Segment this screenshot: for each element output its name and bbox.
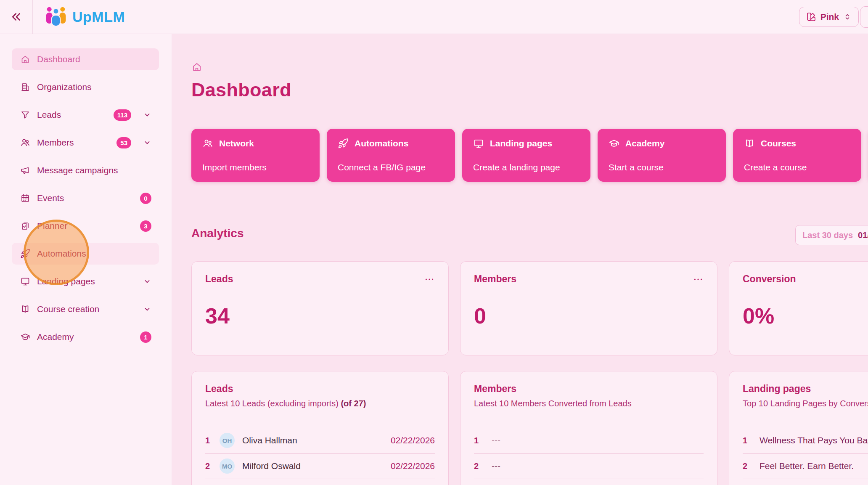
quick-action-subtitle: Start a course bbox=[609, 162, 715, 172]
users-icon bbox=[202, 138, 213, 149]
theme-selector-label: Pink bbox=[820, 12, 839, 22]
stat-card-conversion: Conversion 0% bbox=[729, 261, 868, 355]
theme-selector-button[interactable]: Pink bbox=[799, 7, 859, 27]
book-icon bbox=[744, 138, 755, 149]
sidebar-item-members[interactable]: Members 53 bbox=[12, 132, 159, 154]
sidebar-item-landing-pages[interactable]: Landing pages bbox=[12, 270, 159, 292]
landing-page-row[interactable]: 2 Feel Better. Earn Better. bbox=[743, 453, 868, 479]
main-content: Dashboard Network Import members Automat… bbox=[172, 34, 868, 485]
quick-action-title: Academy bbox=[625, 138, 664, 148]
brand-logo[interactable]: UpMLM bbox=[45, 6, 125, 28]
sidebar-item-organizations[interactable]: Organizations bbox=[12, 76, 159, 98]
quick-action-subtitle: Create a landing page bbox=[473, 162, 580, 172]
row-number: 2 bbox=[743, 461, 757, 471]
topbar: UpMLM Pink bbox=[0, 0, 868, 34]
analytics-section-title: Analytics bbox=[191, 227, 244, 240]
graduation-cap-icon bbox=[609, 138, 619, 149]
quick-action-landing-pages[interactable]: Landing pages Create a landing page bbox=[462, 129, 590, 182]
list-card-members: Members Latest 10 Members Converted from… bbox=[460, 371, 717, 485]
quick-action-title: Landing pages bbox=[490, 138, 552, 148]
sidebar-item-planner[interactable]: Planner 3 bbox=[12, 215, 159, 237]
chevron-down-icon[interactable] bbox=[143, 138, 151, 147]
sidebar-item-automations[interactable]: Automations bbox=[12, 243, 159, 265]
sidebar-item-course-creation[interactable]: Course creation bbox=[12, 298, 159, 320]
list-title: Landing pages bbox=[743, 383, 868, 395]
chevron-down-icon[interactable] bbox=[143, 305, 151, 313]
list-subtitle-text: Latest 10 Leads (excluding imports) bbox=[205, 399, 339, 408]
stat-title: Members bbox=[474, 273, 516, 285]
date-filter-value: 01/2 bbox=[858, 231, 868, 240]
sidebar-item-label: Leads bbox=[37, 110, 107, 120]
funnel-icon bbox=[20, 110, 30, 120]
people-group-logo-icon bbox=[45, 6, 67, 28]
swatchbook-icon bbox=[806, 12, 816, 22]
academy-count-badge: 1 bbox=[140, 331, 151, 343]
quick-action-automations[interactable]: Automations Connect a FB/IG page bbox=[327, 129, 455, 182]
lead-date: 02/22/2026 bbox=[391, 435, 435, 445]
lead-name: Oliva Hallman bbox=[242, 435, 297, 445]
list-card-leads: Leads Latest 10 Leads (excluding imports… bbox=[191, 371, 449, 485]
quick-action-subtitle: Import members bbox=[202, 162, 309, 172]
quick-action-title: Network bbox=[219, 138, 254, 148]
stat-value: 0% bbox=[743, 303, 868, 329]
calendar-icon bbox=[20, 193, 30, 203]
avatar: OH bbox=[220, 433, 235, 448]
lead-date: 02/22/2026 bbox=[391, 461, 435, 471]
member-row[interactable]: 2 --- bbox=[474, 453, 704, 479]
list-subtitle: Latest 10 Leads (excluding imports) (of … bbox=[205, 399, 435, 408]
sidebar-item-label: Academy bbox=[37, 332, 133, 342]
sidebar-item-dashboard[interactable]: Dashboard bbox=[12, 48, 159, 70]
ellipsis-menu-icon[interactable] bbox=[693, 274, 704, 285]
ellipsis-menu-icon[interactable] bbox=[424, 274, 435, 285]
avatar: MO bbox=[220, 458, 235, 474]
sidebar-item-events[interactable]: Events 0 bbox=[12, 187, 159, 209]
leads-count-badge: 113 bbox=[114, 109, 131, 121]
sidebar-item-leads[interactable]: Leads 113 bbox=[12, 104, 159, 126]
quick-action-academy[interactable]: Academy Start a course bbox=[598, 129, 726, 182]
breadcrumb-home-icon[interactable] bbox=[191, 61, 202, 72]
chevron-down-icon[interactable] bbox=[143, 277, 151, 286]
analytics-stats-row: Leads 34 Members 0 Conversion 0% bbox=[191, 261, 868, 355]
home-icon bbox=[20, 54, 30, 64]
list-subtitle: Latest 10 Members Converted from Leads bbox=[474, 399, 704, 408]
landing-page-row[interactable]: 1 Wellness That Pays You Back bbox=[743, 428, 868, 453]
row-number: 1 bbox=[474, 436, 488, 445]
monitor-icon bbox=[20, 276, 30, 286]
stat-value: 0 bbox=[474, 303, 704, 329]
quick-actions-row: Network Import members Automations Conne… bbox=[191, 129, 868, 182]
sidebar-item-label: Members bbox=[37, 138, 110, 148]
events-count-badge: 0 bbox=[140, 193, 151, 204]
partial-topbar-button[interactable] bbox=[860, 6, 868, 28]
chevron-updown-icon bbox=[843, 13, 852, 21]
users-icon bbox=[20, 138, 30, 148]
row-number: 2 bbox=[205, 461, 220, 471]
quick-action-network[interactable]: Network Import members bbox=[191, 129, 320, 182]
sidebar-item-label: Dashboard bbox=[37, 54, 151, 64]
double-chevron-left-icon bbox=[10, 11, 23, 23]
sidebar-collapse-button[interactable] bbox=[0, 0, 33, 34]
chevron-down-icon[interactable] bbox=[143, 111, 151, 119]
date-filter-label: Last 30 days bbox=[802, 231, 853, 240]
date-range-filter[interactable]: Last 30 days 01/2 bbox=[795, 225, 868, 245]
graduation-cap-icon bbox=[20, 332, 30, 342]
lead-row[interactable]: 1 OH Oliva Hallman 02/22/2026 bbox=[205, 428, 435, 453]
lead-row[interactable]: 2 MO Milford Oswald 02/22/2026 bbox=[205, 453, 435, 479]
quick-action-courses[interactable]: Courses Create a course bbox=[733, 129, 861, 182]
sidebar-item-label: Landing pages bbox=[37, 276, 131, 286]
sidebar-item-academy[interactable]: Academy 1 bbox=[12, 326, 159, 348]
page-title: Dashboard bbox=[191, 79, 868, 101]
list-card-landing-pages: Landing pages Top 10 Landing Pages by Co… bbox=[729, 371, 868, 485]
quick-action-subtitle: Connect a FB/IG page bbox=[338, 162, 444, 172]
sidebar-item-message-campaigns[interactable]: Message campaigns bbox=[12, 159, 159, 181]
analytics-lists-row: Leads Latest 10 Leads (excluding imports… bbox=[191, 371, 868, 485]
list-subtitle-count: (of 27) bbox=[341, 399, 366, 408]
clipboard-check-icon bbox=[20, 221, 30, 231]
member-row[interactable]: 1 --- bbox=[474, 428, 704, 453]
row-number: 1 bbox=[205, 436, 220, 445]
row-number: 1 bbox=[743, 436, 757, 445]
members-count-badge: 53 bbox=[116, 137, 131, 148]
sidebar-item-label: Course creation bbox=[37, 304, 131, 314]
row-number: 2 bbox=[474, 461, 488, 471]
rocket-icon bbox=[20, 249, 30, 259]
rocket-icon bbox=[338, 138, 349, 149]
